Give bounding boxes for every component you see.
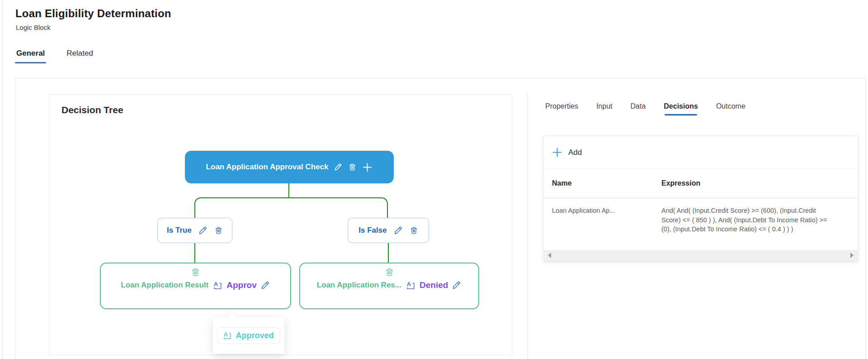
result-value: Denied — [420, 280, 448, 290]
page-subtitle: Logic Block — [16, 24, 51, 31]
tab-properties[interactable]: Properties — [545, 102, 578, 115]
page-title: Loan Eligibility Determination — [15, 7, 171, 20]
tab-data-label: Data — [631, 102, 646, 110]
scroll-left-icon[interactable] — [548, 253, 551, 258]
tab-decisions[interactable]: Decisions — [664, 102, 698, 115]
result-value: Approv — [226, 280, 257, 290]
value-chip: A Approved — [217, 327, 280, 344]
decision-tree-title: Decision Tree — [61, 105, 123, 115]
tab-general-label: General — [16, 49, 45, 57]
branch-node-is-true[interactable]: Is True — [157, 218, 232, 243]
is-true-label: Is True — [167, 226, 192, 235]
row-name-cell: Loan Application Ap... — [544, 206, 661, 215]
tab-data[interactable]: Data — [631, 102, 646, 115]
row-expression-cell: And( And( (Input.Credit Score) >= (600),… — [661, 206, 836, 234]
edit-icon[interactable] — [452, 280, 462, 290]
delete-icon[interactable] — [191, 268, 200, 277]
tab-properties-label: Properties — [545, 102, 578, 110]
delete-icon[interactable] — [410, 226, 418, 235]
edit-icon[interactable] — [260, 280, 270, 290]
left-edge-divider — [2, 0, 3, 359]
connector-branches — [194, 197, 388, 218]
scroll-right-icon[interactable] — [850, 253, 854, 258]
decisions-panel-card: Add Name Expression Loan Application Ap.… — [543, 136, 858, 261]
edit-icon[interactable] — [198, 225, 208, 235]
svg-text:A: A — [224, 331, 228, 338]
delete-icon[interactable] — [214, 226, 223, 235]
branch-node-is-false[interactable]: Is False — [348, 218, 429, 243]
tab-outcome[interactable]: Outcome — [716, 102, 745, 115]
root-condition-label: Loan Application Approval Check — [206, 163, 329, 172]
tooltip-value: Approved — [236, 331, 274, 340]
add-decision-button[interactable]: Add — [544, 136, 858, 169]
connector-root — [288, 183, 289, 198]
panel-tab-bar: Properties Input Data Decisions Outcome — [545, 102, 745, 115]
decision-tree-card: Decision Tree Loan Application Approval … — [49, 94, 512, 355]
result-label: Loan Application Result — [121, 281, 208, 290]
column-header-name: Name — [544, 179, 661, 187]
connector-true-result — [194, 243, 195, 263]
text-type-icon: A — [223, 331, 232, 340]
text-type-icon: A — [213, 281, 223, 290]
page-tab-bar: General Related — [16, 49, 93, 63]
result-node-approved[interactable]: Loan Application Result A Approv — [100, 263, 291, 309]
result-label: Loan Application Res... — [317, 281, 401, 290]
root-condition-node[interactable]: Loan Application Approval Check — [185, 151, 394, 183]
decisions-table-header: Name Expression — [544, 169, 858, 198]
tab-decisions-label: Decisions — [664, 102, 698, 110]
column-header-expression: Expression — [661, 179, 700, 187]
tab-general[interactable]: General — [16, 49, 45, 63]
add-button-label: Add — [568, 148, 582, 157]
tab-related[interactable]: Related — [66, 49, 93, 63]
page: Loan Eligibility Determination Logic Blo… — [0, 0, 868, 359]
panel-left-divider — [528, 92, 528, 359]
table-row[interactable]: Loan Application Ap... And( And( (Input.… — [544, 198, 858, 251]
value-tooltip: A Approved — [213, 317, 284, 354]
edit-icon[interactable] — [334, 163, 343, 172]
svg-text:A: A — [214, 281, 218, 287]
plus-icon — [552, 147, 562, 158]
delete-icon[interactable] — [348, 163, 357, 172]
is-false-label: Is False — [359, 226, 387, 235]
horizontal-scrollbar[interactable] — [544, 250, 858, 261]
edit-icon[interactable] — [393, 225, 403, 235]
add-branch-icon[interactable] — [362, 162, 373, 172]
tab-input[interactable]: Input — [596, 102, 613, 115]
tab-outcome-label: Outcome — [716, 102, 745, 110]
tab-related-label: Related — [66, 49, 93, 57]
text-type-icon: A — [406, 281, 416, 290]
connector-false-result — [388, 243, 389, 263]
tab-input-label: Input — [596, 102, 613, 110]
delete-icon[interactable] — [385, 268, 394, 277]
result-node-denied[interactable]: Loan Application Res... A Denied — [299, 263, 479, 309]
svg-text:A: A — [407, 281, 411, 287]
